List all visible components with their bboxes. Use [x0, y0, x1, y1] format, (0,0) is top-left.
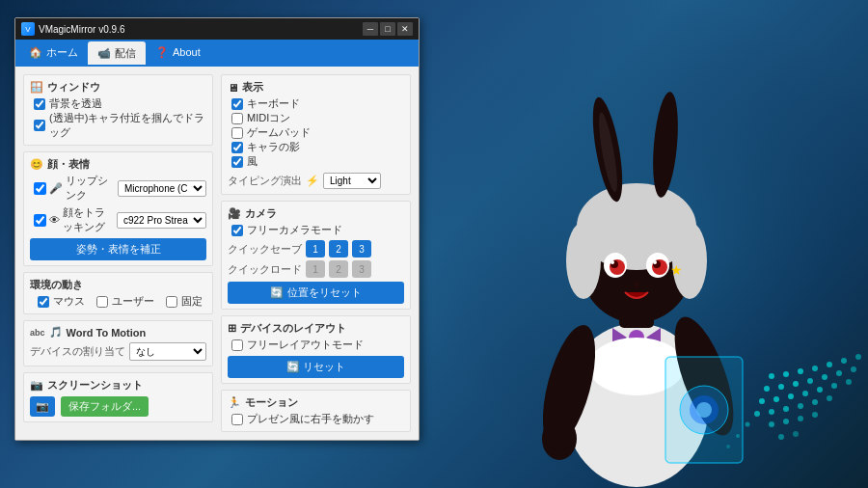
- typing-select[interactable]: Light: [323, 173, 381, 189]
- mouse-checkbox[interactable]: [38, 296, 49, 308]
- quick-load-row: クイックロード 1 2 3: [228, 260, 404, 278]
- character-svg: ★: [366, 0, 868, 488]
- svg-point-30: [783, 371, 789, 377]
- display-header: 🖥 表示: [228, 80, 404, 95]
- device-assign-row: デバイスの割り当て なし: [30, 342, 206, 361]
- face-tracking-checkbox[interactable]: [34, 214, 46, 227]
- lip-sync-label: 🎤 リップシンク: [34, 174, 114, 203]
- camera-header: 🎥 カメラ: [228, 206, 404, 221]
- gamepad-row: ゲームパッド: [231, 125, 404, 140]
- tab-about[interactable]: ❓ About: [146, 40, 210, 67]
- maximize-button[interactable]: □: [380, 22, 395, 36]
- svg-point-53: [798, 403, 803, 409]
- device-assign-select[interactable]: なし: [129, 342, 206, 361]
- camera-section-icon: 🎥: [228, 207, 241, 220]
- svg-point-56: [769, 421, 774, 427]
- present-motion-row: プレゼン風に右手を動かす: [231, 412, 404, 426]
- environment-section: 環境の動き マウス ユーザー 固定: [23, 272, 213, 314]
- svg-point-49: [846, 379, 852, 385]
- nav-tabs: 🏠 ホーム 📹 配信 ❓ About: [15, 40, 419, 67]
- wind-checkbox[interactable]: [231, 156, 243, 168]
- svg-point-34: [841, 358, 847, 364]
- face-tracking-row: 👁 顔をトラッキング c922 Pro Strea: [34, 205, 206, 234]
- svg-point-64: [726, 445, 730, 448]
- quick-load-1-button[interactable]: 1: [306, 260, 325, 278]
- tab-home-label: ホーム: [46, 45, 78, 60]
- app-window: V VMagicMirror v0.9.6 ─ □ ✕ 🏠 ホーム 📹 配信 ❓…: [14, 17, 420, 441]
- lip-sync-checkbox[interactable]: [34, 182, 46, 195]
- fixed-option: 固定: [166, 294, 203, 309]
- svg-point-57: [783, 419, 789, 424]
- quick-load-3-button[interactable]: 3: [352, 260, 371, 278]
- device-layout-header: ⊞ デバイスのレイアウト: [228, 321, 404, 336]
- close-button[interactable]: ✕: [397, 22, 413, 36]
- svg-point-48: [831, 383, 837, 389]
- quick-load-2-button[interactable]: 2: [329, 260, 348, 278]
- quick-save-1-button[interactable]: 1: [306, 240, 325, 258]
- svg-point-28: [696, 402, 712, 418]
- display-icon: 🖥: [228, 82, 238, 94]
- free-layout-row: フリーレイアウトモード: [231, 338, 404, 352]
- thunder-icon: ⚡: [306, 175, 319, 187]
- fixed-checkbox[interactable]: [166, 296, 177, 308]
- drag-checkbox[interactable]: [34, 120, 45, 131]
- quick-save-3-button[interactable]: 3: [352, 240, 371, 258]
- svg-point-45: [788, 393, 794, 399]
- folder-button[interactable]: 保存フォルダ...: [61, 396, 149, 417]
- tab-haishin[interactable]: 📹 配信: [88, 41, 146, 67]
- mic-icon: 🎤: [49, 182, 63, 195]
- svg-point-43: [759, 398, 765, 404]
- tab-home[interactable]: 🏠 ホーム: [19, 40, 88, 67]
- reset-position-button[interactable]: 🔄 位置をリセット: [228, 282, 404, 304]
- user-checkbox[interactable]: [96, 296, 108, 308]
- device-reset-button[interactable]: 🔄 リセット: [228, 356, 404, 378]
- svg-point-35: [855, 354, 861, 360]
- tab-haishin-label: 配信: [115, 46, 136, 61]
- transparent-bg-checkbox[interactable]: [34, 98, 45, 110]
- content-area: 🪟 ウィンドウ 背景を透過 (透過中)キャラ付近を掴んでドラッグ 😊 顔・表情: [15, 67, 419, 440]
- screenshot-button[interactable]: 📷: [30, 396, 55, 417]
- adjust-pose-button[interactable]: 姿勢・表情を補正: [30, 238, 206, 260]
- transparent-bg-row: 背景を透過: [34, 96, 206, 111]
- present-motion-checkbox[interactable]: [231, 414, 243, 425]
- svg-point-24: [542, 418, 577, 460]
- svg-point-33: [827, 362, 832, 367]
- mouse-option: マウス: [38, 294, 85, 309]
- svg-point-51: [769, 409, 774, 415]
- svg-point-38: [793, 381, 799, 387]
- reset-icon: 🔄: [270, 286, 284, 299]
- camera-section: 🎥 カメラ フリーカメラモード クイックセーブ 1 2 3 クイックロード 1 …: [221, 201, 411, 310]
- svg-point-62: [746, 422, 750, 427]
- face-section: 😊 顔・表情 🎤 リップシンク Microphone (C: [23, 151, 213, 266]
- device-reset-icon: 🔄: [286, 361, 300, 373]
- keyboard-checkbox[interactable]: [231, 98, 243, 110]
- svg-point-6: [672, 222, 707, 299]
- gamepad-checkbox[interactable]: [231, 127, 243, 139]
- about-icon: ❓: [155, 46, 169, 59]
- word-motion-section: abc 🎵 Word To Motion デバイスの割り当て なし: [23, 320, 213, 366]
- svg-point-59: [812, 412, 818, 418]
- drag-row: (透過中)キャラ付近を掴んでドラッグ: [34, 111, 206, 140]
- shadow-checkbox[interactable]: [231, 142, 243, 153]
- chara-shadow-row: キャラの影: [231, 140, 404, 154]
- svg-point-54: [812, 399, 818, 405]
- svg-point-40: [822, 374, 827, 380]
- free-camera-checkbox[interactable]: [231, 225, 243, 236]
- svg-point-52: [783, 406, 789, 412]
- minimize-button[interactable]: ─: [363, 22, 378, 36]
- motion-icon: 🏃: [228, 396, 241, 409]
- word-motion-header: abc 🎵 Word To Motion: [30, 326, 206, 339]
- quick-save-2-button[interactable]: 2: [329, 240, 348, 258]
- motion-section: 🏃 モーション プレゼン風に右手を動かす: [221, 390, 411, 432]
- midi-checkbox[interactable]: [231, 113, 243, 124]
- eye-icon: 👁: [49, 214, 60, 226]
- face-section-header: 😊 顔・表情: [30, 157, 206, 172]
- screenshot-section: 📷 スクリーンショット 📷 保存フォルダ...: [23, 372, 213, 422]
- user-option: ユーザー: [96, 294, 154, 309]
- free-layout-checkbox[interactable]: [231, 339, 243, 351]
- lip-sync-select[interactable]: Microphone (C: [118, 180, 206, 197]
- svg-point-44: [773, 396, 779, 402]
- face-tracking-select[interactable]: c922 Pro Strea: [117, 212, 206, 229]
- screenshot-row: 📷 保存フォルダ...: [30, 396, 206, 417]
- svg-point-46: [802, 391, 808, 396]
